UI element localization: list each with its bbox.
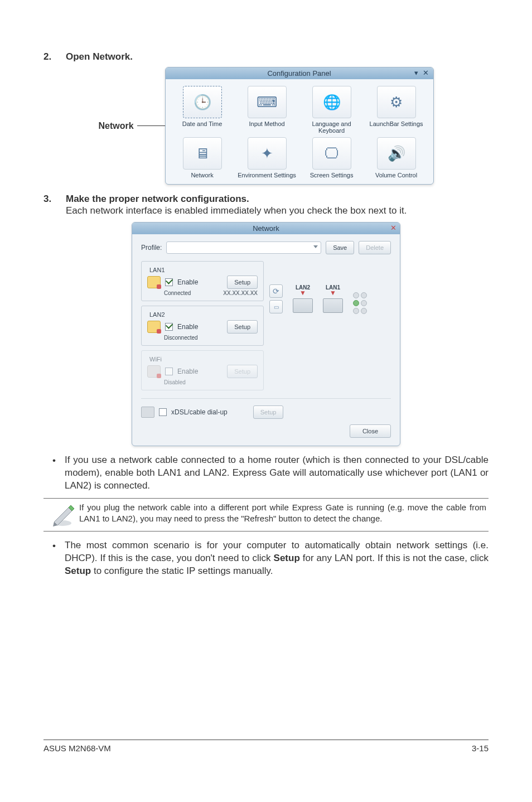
- xdsl-setup-button[interactable]: Setup: [253, 405, 284, 419]
- lan2-enable-label: Enable: [177, 323, 198, 331]
- screen-settings-icon[interactable]: 🖵: [312, 137, 351, 170]
- profile-select[interactable]: [166, 241, 321, 254]
- network-dialog-title-text: Network: [253, 224, 279, 233]
- arrow-down-icon: ▼: [323, 291, 343, 296]
- lan1-adapter-icon: [147, 276, 161, 288]
- screen-settings-caption: Screen Settings: [299, 172, 364, 178]
- bullet2-bold-setup-1: Setup: [274, 553, 300, 563]
- network-icon[interactable]: 🖥: [183, 137, 222, 170]
- lan2-port: LAN2 ▼: [293, 284, 313, 313]
- volume-control-caption: Volume Control: [364, 172, 429, 178]
- lan2-enable-checkbox[interactable]: [165, 323, 173, 331]
- lan1-setup-button[interactable]: Setup: [227, 276, 258, 289]
- lan1-enable-checkbox[interactable]: [165, 278, 173, 286]
- network-callout-label: Network: [98, 121, 133, 131]
- date-time-caption: Date and Time: [170, 120, 235, 127]
- lan2-fieldset: LAN2 Enable Setup Disconnected: [141, 306, 264, 346]
- network-close-icon[interactable]: ✕: [390, 224, 396, 232]
- callout-line: [137, 125, 165, 126]
- window-buttons[interactable]: ▾ ✕: [414, 69, 430, 77]
- lan2-port-graphic: [293, 298, 313, 313]
- profile-label: Profile:: [141, 244, 162, 252]
- step3-text: Each network interface is enabled immedi…: [66, 205, 489, 218]
- wifi-enable-label: Enable: [177, 368, 198, 375]
- wifi-setup-button: Setup: [227, 365, 258, 378]
- lan1-fieldset: LAN1 Enable Setup Connected XX.XX.XX.XX: [141, 261, 264, 301]
- bullet2-bold-setup-2: Setup: [65, 566, 91, 576]
- step3-number: 3.: [43, 194, 66, 205]
- xdsl-label: xDSL/cable dial-up: [171, 408, 228, 416]
- footer-left: ASUS M2N68-VM: [43, 743, 111, 753]
- network-caption: Network: [170, 172, 235, 178]
- refresh-button[interactable]: ⟳: [269, 284, 283, 298]
- launchbar-settings-icon[interactable]: ⚙: [377, 86, 416, 118]
- launchbar-settings-caption: LaunchBar Settings: [364, 120, 429, 127]
- lan1-port-graphic: [323, 298, 343, 313]
- save-button[interactable]: Save: [326, 241, 354, 254]
- step3-title: Make the proper network configurations.: [66, 194, 489, 205]
- wifi-status: Disabled: [164, 379, 258, 385]
- lan2-setup-button[interactable]: Setup: [227, 320, 258, 334]
- bullet-marker: •: [43, 539, 65, 552]
- lan2-legend: LAN2: [147, 311, 167, 318]
- configuration-panel-title: Configuration Panel ▾ ✕: [166, 67, 433, 79]
- environment-settings-icon[interactable]: ✦: [248, 137, 287, 170]
- wifi-enable-checkbox: [165, 368, 173, 375]
- input-method-caption: Input Method: [235, 120, 299, 127]
- delete-button[interactable]: Delete: [359, 241, 391, 254]
- wifi-adapter-icon: [147, 365, 161, 378]
- network-dialog: Network ✕ Profile: Save Delete LAN1: [132, 222, 400, 446]
- input-method-icon[interactable]: ⌨: [248, 86, 287, 118]
- modem-icon: [141, 407, 154, 418]
- port-leds: [353, 284, 366, 313]
- lan1-legend: LAN1: [147, 267, 167, 273]
- wifi-fieldset: WiFi Enable Setup Disabled: [141, 350, 264, 390]
- bullet2-text: The most common scenario is for your com…: [65, 539, 489, 578]
- bullet1-text: If you use a network cable connected to …: [65, 454, 489, 492]
- configuration-panel-title-text: Configuration Panel: [267, 69, 331, 78]
- wifi-legend: WiFi: [147, 356, 164, 363]
- lan1-status: Connected: [164, 290, 191, 296]
- footer-right: 3-15: [472, 743, 489, 753]
- bullet-marker: •: [43, 454, 65, 466]
- bullet2-part-c: for any LAN port. If this is not the cas…: [300, 553, 489, 563]
- close-button[interactable]: Close: [350, 424, 391, 438]
- lan2-status: Disconnected: [164, 335, 258, 341]
- volume-control-icon[interactable]: 🔊: [377, 137, 416, 170]
- arrow-down-icon: ▼: [293, 291, 313, 296]
- lan1-enable-label: Enable: [177, 278, 198, 286]
- pencil-note-icon: [46, 502, 79, 528]
- language-keyboard-caption: Language and Keyboard: [299, 120, 364, 134]
- ports-diagram-icon: ▭: [269, 300, 283, 313]
- date-time-icon[interactable]: 🕒: [183, 86, 222, 118]
- lan1-ip: XX.XX.XX.XX: [223, 290, 258, 296]
- configuration-panel-window: Configuration Panel ▾ ✕ 🕒 Date and Time …: [165, 67, 434, 185]
- lan2-adapter-icon: [147, 321, 161, 333]
- bullet2-part-e: to configure the static IP settings manu…: [91, 566, 273, 576]
- lan1-port: LAN1 ▼: [323, 284, 343, 313]
- step2-number: 2.: [43, 51, 66, 62]
- step2-title: Open Network.: [66, 51, 133, 62]
- note-text: If you plug the network cable into a dif…: [79, 502, 486, 524]
- environment-settings-caption: Environment Settings: [235, 172, 299, 178]
- network-dialog-title: Network ✕: [132, 223, 400, 234]
- language-keyboard-icon[interactable]: 🌐: [312, 86, 351, 118]
- xdsl-checkbox[interactable]: [159, 408, 167, 416]
